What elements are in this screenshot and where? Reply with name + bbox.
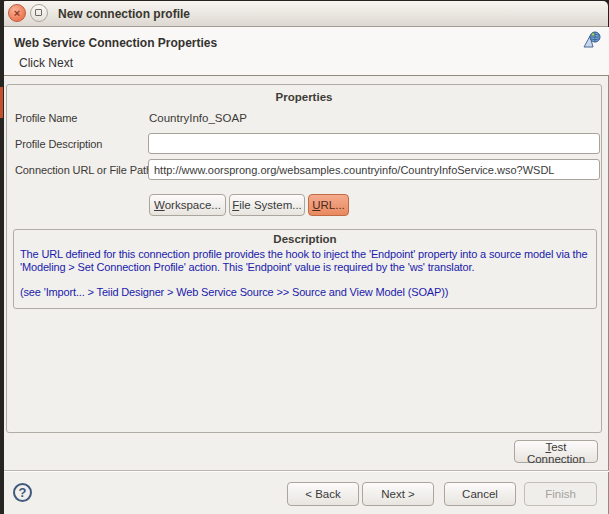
description-paragraph-2: (see 'Import... > Teiid Designer > Web S… [20,286,590,299]
back-button[interactable]: < Back [287,482,359,506]
url-button-mnemonic: U [312,199,320,211]
finish-button[interactable]: Finish [524,482,597,506]
workspace-button[interactable]: Workspace... [149,194,226,216]
maximize-icon[interactable] [30,4,48,22]
workspace-button-mnemonic: W [154,199,165,211]
wizard-header: Web Service Connection Properties Click … [0,27,609,76]
url-button[interactable]: URL... [308,194,349,216]
connection-url-label: Connection URL or File Path [15,164,152,176]
file-system-button[interactable]: File System... [229,194,305,216]
dialog-window: × New connection profile Web Service Con… [0,0,609,514]
page-subtitle: Click Next [19,56,73,70]
window-left-edge [0,0,4,514]
close-icon[interactable]: × [8,4,26,22]
connection-url-input[interactable] [148,159,600,180]
description-group: Description The URL defined for this con… [13,229,597,309]
test-connection-button[interactable]: Test Connection [514,440,598,463]
footer-separator [4,470,609,472]
next-button[interactable]: Next > [362,482,434,506]
profile-name-label: Profile Name [15,112,77,124]
titlebar[interactable]: × New connection profile [1,1,608,27]
window-edge-orange-segment [0,87,3,118]
test-connection-label: est Connection [527,441,585,465]
cancel-button[interactable]: Cancel [444,482,516,506]
profile-name-value: CountryInfo_SOAP [149,112,247,124]
profile-description-label: Profile Description [15,138,102,150]
description-group-label: Description [14,233,596,245]
help-button[interactable]: ? [13,483,32,502]
window-title: New connection profile [58,1,190,27]
description-paragraph-1: The URL defined for this connection prof… [20,248,590,273]
workspace-button-label: orkspace... [165,199,221,211]
web-service-wizard-icon [582,31,602,50]
page-title: Web Service Connection Properties [14,36,217,50]
url-button-label: RL... [321,199,345,211]
profile-description-input[interactable] [148,133,600,154]
file-system-button-label: ile System... [239,199,302,211]
properties-group-label: Properties [7,91,601,103]
maximize-square-glyph [35,9,42,16]
description-text: The URL defined for this connection prof… [20,248,590,299]
properties-group: Properties Profile Name CountryInfo_SOAP… [6,84,602,433]
